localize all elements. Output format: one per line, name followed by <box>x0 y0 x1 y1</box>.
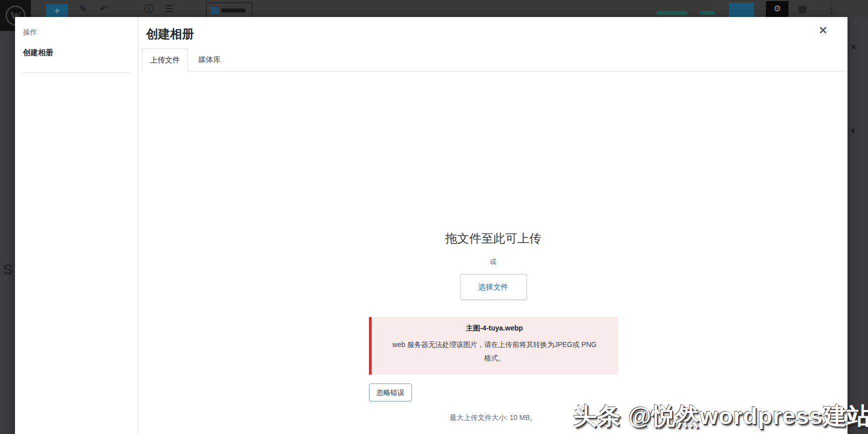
background-stray-letter: S <box>3 261 13 278</box>
dismiss-errors-button[interactable]: 忽略错误 <box>369 384 412 402</box>
settings-gear-button: ⚙ <box>766 1 788 17</box>
preview-link-smudge <box>700 11 715 15</box>
toutiao-watermark: 头条 @悦然wordpress建站 <box>573 400 868 432</box>
more-menu-icon: ⋮ <box>826 3 837 15</box>
undo-icon: ↶ <box>100 3 108 15</box>
page-title: 创建相册 <box>139 17 848 42</box>
grid-icon: ▦ <box>798 3 807 15</box>
background-chevron-icon: ∨ <box>850 126 856 135</box>
gear-icon: ⚙ <box>774 4 781 14</box>
sidebar-item-create-gallery[interactable]: 创建相册 <box>15 41 138 66</box>
select-files-button[interactable]: 选择文件 <box>460 274 527 300</box>
dimmed-admin-toolbar: + ✎ ↶ ⓘ ☰ ⚙ ▦ ⋮ <box>0 0 868 17</box>
image-block-icon <box>210 7 218 14</box>
media-modal: ✕ 操作 创建相册 创建相册 上传文件 媒体库 拖文件至此可上传 或 选择文件 … <box>15 17 848 434</box>
modal-sidebar: 操作 创建相册 <box>15 17 138 434</box>
selected-block-indicator <box>206 2 252 18</box>
media-router: 上传文件 媒体库 <box>142 48 848 72</box>
block-label-smudge <box>222 8 246 12</box>
upload-error-notice: 主图-4-tuya.webp web 服务器无法处理该图片，请在上传前将其转换为… <box>369 317 618 374</box>
modal-content: 创建相册 上传文件 媒体库 拖文件至此可上传 或 选择文件 主图-4-tuya.… <box>139 17 848 434</box>
info-icon: ⓘ <box>144 3 154 15</box>
error-message: web 服务器无法处理该图片，请在上传前将其转换为JPEG或 PNG 格式。 <box>390 338 600 366</box>
sidebar-separator <box>23 72 130 73</box>
upload-errors-section: 主图-4-tuya.webp web 服务器无法处理该图片，请在上传前将其转换为… <box>369 317 618 402</box>
pencil-icon: ✎ <box>79 3 87 15</box>
upload-dropzone[interactable]: 拖文件至此可上传 或 选择文件 主图-4-tuya.webp web 服务器无法… <box>139 70 848 434</box>
background-dismiss-icon: × <box>851 42 856 52</box>
or-text: 或 <box>139 258 848 266</box>
drop-instructions-text: 拖文件至此可上传 <box>139 230 848 246</box>
sidebar-menu-label: 操作 <box>15 24 138 41</box>
tab-media-library[interactable]: 媒体库 <box>190 48 228 72</box>
tab-upload-files[interactable]: 上传文件 <box>142 48 188 72</box>
list-view-icon: ☰ <box>165 3 174 15</box>
error-filename: 主图-4-tuya.webp <box>386 324 603 333</box>
save-draft-link-smudge <box>656 11 688 15</box>
publish-button <box>729 2 754 18</box>
